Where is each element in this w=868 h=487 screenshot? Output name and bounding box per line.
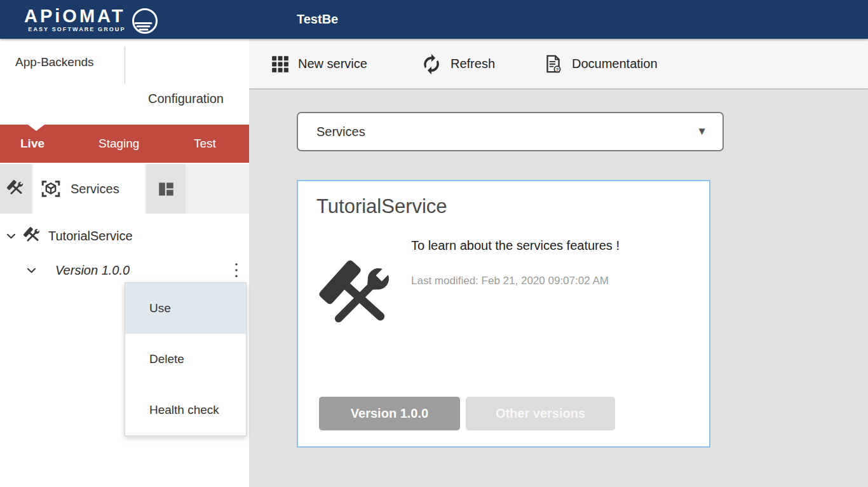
cube-icon <box>39 177 62 200</box>
refresh-icon <box>421 54 442 74</box>
tab-dashboard[interactable] <box>146 164 186 214</box>
tools-icon <box>317 257 400 340</box>
menu-item-delete[interactable]: Delete <box>125 334 246 385</box>
service-card: TutorialService To learn about the servi… <box>297 180 710 448</box>
environment-tabs: Live Staging Test <box>0 125 249 163</box>
dropdown-selected-value: Services <box>316 125 365 139</box>
documentation-button[interactable]: Documentation <box>543 39 658 89</box>
sidebar: App-Backends Configuration Live Staging … <box>0 39 249 487</box>
last-modified-text: Last modified: Feb 21, 2020 09:07:02 AM <box>411 275 609 287</box>
main-area: New service Refresh Documentation Servic… <box>249 39 868 487</box>
tree-node-service-label: TutorialService <box>48 229 133 244</box>
tree-node-version[interactable]: Version 1.0.0 <box>0 257 249 284</box>
type-dropdown[interactable]: Services ▼ <box>297 112 724 151</box>
apiomat-circle-logo-icon <box>131 7 159 35</box>
tree-node-service[interactable]: TutorialService <box>0 223 249 249</box>
tools-icon <box>6 179 25 198</box>
tab-app-backends[interactable]: App-Backends <box>15 55 94 69</box>
grid-icon <box>271 55 289 73</box>
env-tab-staging[interactable]: Staging <box>98 125 139 163</box>
configuration-link[interactable]: Configuration <box>148 92 224 106</box>
tab-tools[interactable] <box>0 164 32 214</box>
actions-toolbar: New service Refresh Documentation <box>249 39 868 89</box>
card-buttons: Version 1.0.0 Other versions <box>319 397 615 430</box>
new-service-button[interactable]: New service <box>271 39 367 89</box>
dashboard-layout-icon <box>158 181 175 198</box>
refresh-button[interactable]: Refresh <box>421 39 495 89</box>
version-button[interactable]: Version 1.0.0 <box>319 397 460 430</box>
chevron-down-icon[interactable] <box>5 230 17 242</box>
menu-item-use[interactable]: Use <box>125 283 246 334</box>
menu-item-health-check[interactable]: Health check <box>125 385 246 436</box>
service-description: To learn about the services features ! <box>411 238 620 253</box>
refresh-label: Refresh <box>451 57 495 71</box>
document-help-icon <box>543 54 563 74</box>
env-tab-test[interactable]: Test <box>194 125 216 163</box>
tools-icon <box>23 226 42 245</box>
apiomat-logo: APiOMAT EASY SOFTWARE GROUP <box>24 4 159 35</box>
env-tab-live[interactable]: Live <box>20 125 44 163</box>
other-versions-button[interactable]: Other versions <box>466 397 615 430</box>
dropdown-caret-icon: ▼ <box>696 125 707 138</box>
version-context-menu: Use Delete Health check <box>125 282 247 436</box>
logo-text: APiOMAT <box>24 6 126 25</box>
backend-title: TestBe <box>297 0 338 39</box>
new-service-label: New service <box>298 57 367 71</box>
service-card-title: TutorialService <box>316 195 447 218</box>
apiomat-dashboard: APiOMAT EASY SOFTWARE GROUP TestBe App-B… <box>0 0 868 487</box>
documentation-label: Documentation <box>572 57 658 71</box>
module-tabs: Services <box>0 164 249 214</box>
top-bar: APiOMAT EASY SOFTWARE GROUP TestBe <box>0 0 868 39</box>
tree-node-version-label: Version 1.0.0 <box>55 263 130 278</box>
logo-subtext: EASY SOFTWARE GROUP <box>28 26 125 32</box>
tab-services-label: Services <box>71 182 119 196</box>
tab-divider <box>125 46 125 83</box>
chevron-down-icon[interactable] <box>25 264 37 277</box>
kebab-menu-icon[interactable] <box>231 259 241 282</box>
content-area: Services ▼ TutorialService To learn abou… <box>249 90 868 487</box>
tab-services[interactable]: Services <box>33 164 145 214</box>
